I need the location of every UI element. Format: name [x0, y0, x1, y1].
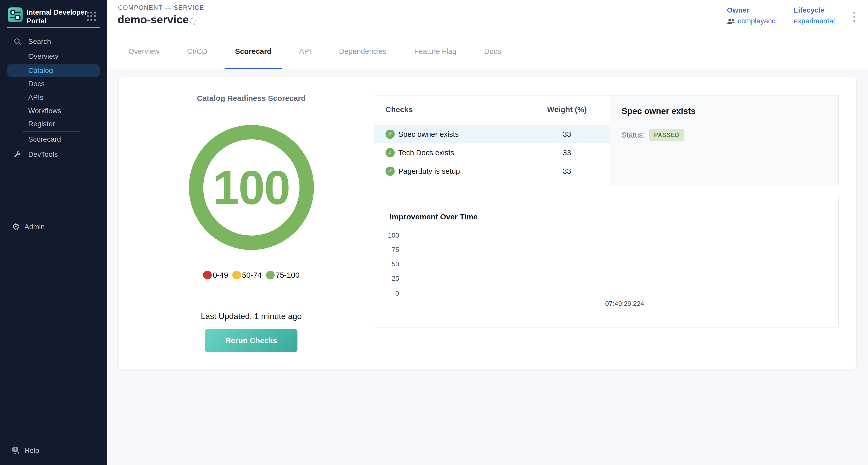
- sidebar-item-catalog[interactable]: Catalog: [7, 64, 100, 77]
- tab-scorecard[interactable]: Scorecard: [225, 33, 282, 69]
- check-row-spec-owner[interactable]: ✓ Spec owner exists 33: [374, 125, 609, 144]
- sidebar-item-devtools[interactable]: DevTools: [0, 148, 107, 161]
- gear-icon: ⚙: [11, 221, 21, 232]
- rerun-checks-button[interactable]: Rerun Checks: [205, 329, 298, 352]
- y-tick-0: 0: [378, 290, 399, 297]
- favorite-star-icon[interactable]: ☆: [187, 14, 197, 28]
- check-row-pagerduty[interactable]: ✓ Pagerduty is setup 33: [374, 162, 609, 180]
- score-gauge: 100: [189, 125, 314, 250]
- sidebar-item-workflows[interactable]: Workflows: [0, 104, 107, 118]
- y-tick-100: 100: [378, 232, 399, 239]
- check-detail-panel: Spec owner exists Status: PASSED: [609, 95, 838, 186]
- tab-overview[interactable]: Overview: [118, 33, 169, 69]
- checks-panel: Checks Weight (%) ✓ Spec owner exists 33…: [374, 95, 839, 186]
- owner-value-link[interactable]: ccmplayacc: [738, 17, 775, 25]
- lifecycle-block: Lifecycle experimental: [794, 6, 835, 25]
- tab-feature-flag[interactable]: Feature Flag: [404, 33, 467, 69]
- sidebar-item-scorecard[interactable]: Scorecard: [0, 133, 107, 146]
- sidebar-item-register[interactable]: Register: [0, 117, 107, 131]
- check-passed-icon: ✓: [385, 130, 395, 139]
- scorecard-card: Catalog Readiness Scorecard 100 0-49 50-…: [118, 77, 857, 370]
- sidebar-accent-divider: [7, 27, 100, 28]
- brand-title: Internal Developer Portal: [27, 7, 87, 25]
- portal-logo-icon: [8, 7, 23, 22]
- sidebar-search-label: Search: [28, 37, 51, 46]
- lifecycle-label: Lifecycle: [794, 6, 835, 14]
- more-options-kebab-icon[interactable]: [854, 12, 855, 24]
- check-passed-icon: ✓: [385, 148, 395, 157]
- search-icon: [13, 37, 24, 46]
- breadcrumb: COMPONENT — SERVICE: [118, 4, 204, 11]
- status-label: Status:: [622, 131, 645, 140]
- sidebar-item-apis[interactable]: APIs: [0, 91, 107, 104]
- content-area: Catalog Readiness Scorecard 100 0-49 50-…: [107, 69, 868, 465]
- checks-table-header: Checks Weight (%): [374, 105, 609, 114]
- brand[interactable]: Internal Developer Portal: [8, 7, 87, 25]
- sidebar-search[interactable]: Search: [0, 35, 107, 48]
- tab-dependencies[interactable]: Dependencies: [329, 33, 397, 69]
- legend-dot-green: [266, 271, 275, 279]
- check-detail-title: Spec owner exists: [622, 106, 695, 116]
- tab-api[interactable]: API: [289, 33, 321, 69]
- entity-tabbar: Overview CI/CD Scorecard API Dependencie…: [107, 33, 868, 69]
- chart-title: Improvement Over Time: [390, 213, 477, 221]
- check-row-tech-docs[interactable]: ✓ Tech Docs exists 33: [374, 144, 609, 162]
- x-tick-timestamp: 07:49:29.224: [589, 300, 661, 308]
- sidebar-divider: [22, 147, 81, 147]
- y-tick-75: 75: [378, 246, 399, 253]
- tab-docs[interactable]: Docs: [474, 33, 511, 69]
- sidebar-divider: [22, 131, 81, 132]
- help-chat-icon: ?: [11, 446, 22, 455]
- sidebar: Internal Developer Portal Search Overvie…: [0, 0, 107, 465]
- legend-dot-red: [203, 271, 212, 279]
- tab-cicd[interactable]: CI/CD: [177, 33, 218, 69]
- score-column: Catalog Readiness Scorecard 100 0-49 50-…: [175, 77, 328, 352]
- last-updated-text: Last Updated: 1 minute ago: [201, 312, 302, 321]
- apps-grid-icon[interactable]: [87, 11, 96, 21]
- legend-item-low: 0-49: [203, 271, 228, 279]
- svg-text:?: ?: [14, 447, 17, 452]
- y-tick-25: 25: [378, 275, 399, 282]
- status-badge: PASSED: [649, 129, 684, 142]
- sidebar-divider: [0, 433, 107, 433]
- page-header: COMPONENT — SERVICE demo-service ☆ Owner…: [107, 0, 868, 33]
- sidebar-divider: [7, 210, 100, 210]
- sidebar-item-admin[interactable]: ⚙ Admin: [0, 220, 107, 234]
- sidebar-item-docs[interactable]: Docs: [0, 77, 107, 91]
- score-legend: 0-49 50-74 75-100: [201, 271, 302, 279]
- legend-dot-yellow: [232, 271, 241, 279]
- owner-label: Owner: [727, 6, 775, 14]
- sidebar-item-overview[interactable]: Overview: [0, 50, 107, 63]
- y-tick-50: 50: [378, 261, 399, 268]
- check-passed-icon: ✓: [385, 166, 395, 176]
- score-value: 100: [213, 160, 290, 215]
- legend-item-mid: 50-74: [232, 271, 262, 279]
- wrench-icon: [13, 151, 24, 158]
- owner-block: Owner ccmplayacc: [727, 6, 775, 25]
- checks-table: Checks Weight (%) ✓ Spec owner exists 33…: [374, 95, 609, 186]
- people-icon: [727, 18, 735, 24]
- improvement-chart: Improvement Over Time 100 75 50 25 0 07:…: [374, 197, 839, 328]
- scorecard-title: Catalog Readiness Scorecard: [197, 94, 306, 103]
- page-title: demo-service: [118, 13, 189, 26]
- sidebar-item-help[interactable]: ? Help: [0, 444, 107, 457]
- lifecycle-value: experimental: [794, 17, 835, 25]
- legend-item-high: 75-100: [266, 271, 300, 279]
